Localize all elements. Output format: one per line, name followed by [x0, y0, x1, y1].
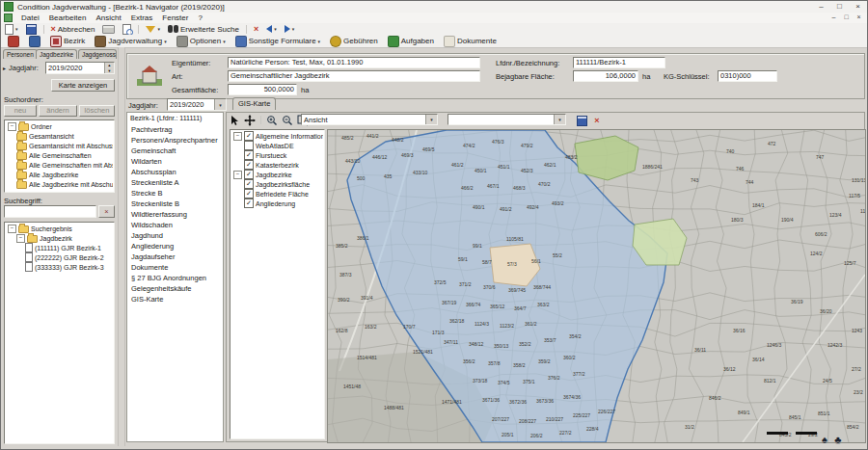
mdi-restore-button[interactable]: □ — [840, 13, 853, 23]
checkbox-icon[interactable]: ✓ — [244, 131, 254, 141]
nav-item-7[interactable]: Streckenliste B — [127, 199, 223, 209]
splitter[interactable] — [118, 47, 125, 446]
tab-gis-karte[interactable]: GIS-Karte — [232, 97, 276, 110]
tab-jagdbezirke[interactable]: Jagdbezirke — [36, 49, 77, 59]
nav-item-16[interactable]: GIS-Karte — [127, 294, 223, 304]
zoom-in-button[interactable] — [264, 113, 280, 127]
folder-item-0[interactable]: Gesamtansicht — [6, 131, 113, 141]
menu-item-0[interactable]: Datei — [16, 13, 44, 22]
detail-jagdjahr-combo[interactable]: 2019/2020 ▾ — [167, 98, 227, 111]
module-button-geb-hren[interactable]: Gebühren — [326, 35, 382, 47]
print-button[interactable] — [98, 23, 119, 36]
nav-item-9[interactable]: Wildschaden — [127, 220, 223, 230]
search-input[interactable] — [4, 205, 96, 218]
mdi-minimize-button[interactable]: – — [827, 13, 840, 23]
tab-jagdgenossenschaften[interactable]: Jagdgenossenschaften — [78, 49, 117, 59]
tree-expander-icon[interactable]: − — [8, 122, 16, 131]
tree-expander-icon[interactable]: − — [233, 132, 242, 141]
search-result-tree[interactable]: −Suchergebnis−Jagdbezirk(111111) GJR Bez… — [4, 222, 115, 444]
result-group-jagdbezirk[interactable]: −Jagdbezirk — [6, 233, 113, 243]
layer-group-1[interactable]: −✓Jagdbezirke — [231, 170, 323, 179]
delete-view-button[interactable]: × — [589, 114, 605, 128]
layer-tree[interactable]: −✓Allgemeine InformationenWebAtlasDE✓Flu… — [230, 129, 325, 439]
save-view-button[interactable] — [574, 114, 589, 128]
map-canvas[interactable]: 485/2441/2448/2443/10446/12469/3469/5500… — [327, 129, 866, 443]
checkbox-icon[interactable]: ✓ — [244, 160, 254, 170]
checkbox-icon[interactable]: ✓ — [244, 199, 254, 208]
cancel-button[interactable]: ×Abbrechen — [47, 23, 99, 36]
folder-tree-root[interactable]: −Ordner — [6, 121, 113, 131]
result-item-1[interactable]: (222222) GJR Bezirk-2 — [6, 252, 113, 262]
mdi-close-button[interactable]: × — [853, 13, 865, 23]
minimize-button[interactable]: – — [812, 1, 830, 13]
club-icon[interactable]: ♣ — [834, 434, 841, 445]
checkbox-icon[interactable]: ✓ — [244, 189, 254, 199]
result-item-2[interactable]: (333333) GJR Bezirk-3 — [6, 262, 113, 272]
checkbox-icon[interactable]: ✓ — [244, 150, 254, 160]
folder-item-5[interactable]: Alle Jagdbezirke mit Abschussplänen — [6, 179, 113, 189]
map-pan-button[interactable] — [242, 113, 258, 127]
layer-item-1-1[interactable]: ✓Befriedete Fläche — [231, 189, 323, 199]
module-button-0[interactable] — [4, 35, 23, 47]
nav-item-10[interactable]: Jagdhund — [127, 230, 223, 241]
lfdnr-field[interactable]: 111111/Bezirk-1 — [573, 57, 665, 68]
module-button-optionen[interactable]: Optionen▾ — [173, 35, 230, 47]
folder-item-1[interactable]: Gesamtansicht mit Abschussplänen — [6, 141, 113, 150]
spade-icon[interactable]: ♠ — [822, 434, 827, 445]
menu-item-2[interactable]: Ansicht — [91, 13, 125, 22]
nav-item-6[interactable]: Strecke B — [127, 188, 223, 199]
checkbox-icon[interactable]: ✓ — [244, 179, 254, 189]
nav-item-13[interactable]: Dokumente — [127, 262, 223, 273]
layer-item-0-0[interactable]: WebAtlasDE — [231, 141, 323, 150]
nav-back-button[interactable]: ▾ — [262, 23, 281, 36]
nav-item-12[interactable]: Jagdaufseher — [127, 251, 223, 262]
eigentuemer-field[interactable]: Natürliche Person: Test, Max, 01.01.1990 — [228, 57, 480, 68]
menu-item-3[interactable]: Extras — [126, 13, 158, 22]
loeschen-button[interactable]: löschen — [79, 105, 115, 117]
menu-item-1[interactable]: Bearbeiten — [44, 13, 92, 22]
expander-icon[interactable]: ▸ — [3, 65, 6, 71]
print-preview-button[interactable] — [119, 23, 135, 36]
nav-item-3[interactable]: Wildarten — [127, 156, 223, 167]
layer-item-1-0[interactable]: ✓Jagdbezirksfläche — [231, 179, 323, 189]
module-button-1[interactable] — [25, 35, 44, 47]
clear-search-button[interactable]: × — [98, 205, 115, 218]
tree-expander-icon[interactable]: − — [16, 234, 25, 243]
karte-anzeigen-button[interactable]: Karte anzeigen — [51, 79, 115, 92]
module-button-dokumente[interactable]: Dokumente — [440, 35, 501, 47]
filter-button[interactable]: ▾ — [142, 23, 164, 36]
checkbox-icon[interactable] — [244, 141, 254, 150]
nav-item-1[interactable]: Personen/Ansprechpartner — [127, 135, 223, 146]
nav-item-0[interactable]: Pachtvertrag — [127, 124, 223, 135]
nav-forward-button[interactable]: ▾ — [281, 23, 299, 36]
map-view-combo[interactable]: Ansicht ▾ — [301, 114, 438, 125]
menu-item-4[interactable]: Fenster — [157, 13, 193, 22]
map-svg[interactable]: 485/2441/2448/2443/10446/12469/3469/5500… — [328, 130, 865, 442]
save-button[interactable] — [22, 23, 41, 36]
bejagbare-flaeche-field[interactable]: 106,0000 — [573, 70, 638, 82]
advanced-search-button[interactable]: Erweiterte Suche — [164, 23, 243, 36]
result-item-0[interactable]: (111111) GJR Bezirk-1 — [6, 243, 113, 252]
kg-schluessel-field[interactable]: 0310)000 — [718, 70, 777, 82]
module-button-aufgaben[interactable]: Aufgaben — [384, 35, 438, 47]
close-button[interactable]: × — [849, 1, 867, 13]
tab-personen[interactable]: Personen — [3, 49, 38, 59]
neu-button[interactable]: neu — [4, 105, 37, 117]
nav-item-11[interactable]: Angliederung — [127, 241, 223, 251]
art-field[interactable]: Gemeinschaftlicher Jagdbezirk — [228, 70, 480, 82]
layer-item-0-2[interactable]: ✓Katasterbezirk — [231, 160, 323, 170]
spin-down-icon[interactable]: ▾ — [104, 68, 114, 74]
maximize-button[interactable]: □ — [830, 1, 849, 13]
checkbox-icon[interactable]: ✓ — [244, 170, 254, 179]
module-button-bezirk[interactable]: Bezirk — [46, 35, 89, 47]
result-tree-root[interactable]: −Suchergebnis — [6, 224, 113, 233]
tree-expander-icon[interactable]: − — [233, 171, 242, 179]
map-select-button[interactable] — [227, 113, 242, 127]
nav-item-2[interactable]: Gemeinschaft — [127, 146, 223, 156]
nav-item-5[interactable]: Streckenliste A — [127, 177, 223, 188]
folder-item-2[interactable]: Alle Gemeinschaften — [6, 150, 113, 160]
module-button-sonstige-formulare[interactable]: Sonstige Formulare▾ — [231, 35, 324, 47]
nav-item-8[interactable]: Wildtiererfassung — [127, 209, 223, 220]
folder-item-4[interactable]: Alle Jagdbezirke — [6, 170, 113, 179]
jagdjahr-spinner[interactable]: 2019/2020 ▴▾ — [45, 62, 115, 74]
